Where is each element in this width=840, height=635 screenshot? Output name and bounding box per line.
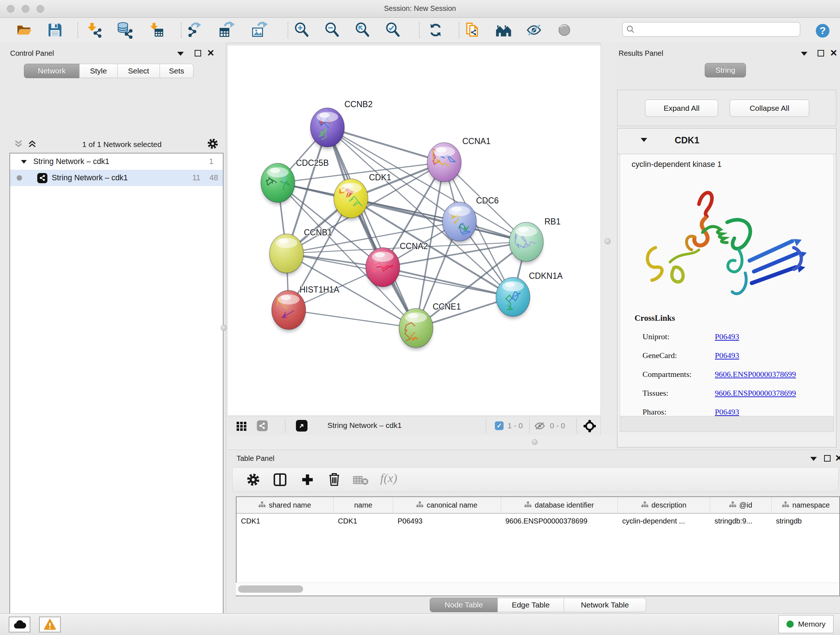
delete-column-icon[interactable]: [327, 472, 341, 488]
panel-divider-handle[interactable]: [605, 238, 611, 244]
tab-select[interactable]: Select: [117, 64, 160, 78]
hide-selected-icon[interactable]: [524, 21, 543, 40]
network-edge[interactable]: [351, 198, 526, 242]
gear-icon[interactable]: [207, 138, 218, 151]
collapse-panel-icon[interactable]: [810, 457, 817, 461]
open-session-icon[interactable]: [15, 21, 34, 40]
table-cell[interactable]: cyclin-dependent ...: [618, 514, 710, 528]
export-image-icon[interactable]: [250, 21, 269, 40]
tab-edge-table[interactable]: Edge Table: [497, 598, 564, 612]
warning-button[interactable]: [39, 616, 61, 632]
network-style-icon[interactable]: [257, 420, 268, 431]
collapse-all-button[interactable]: Collapse All: [729, 100, 809, 117]
table-cell[interactable]: P06493: [393, 514, 501, 528]
network-collection-row[interactable]: String Network – cdk1 1: [10, 154, 223, 170]
panel-divider-handle[interactable]: [532, 439, 538, 445]
collapse-panel-icon[interactable]: [177, 52, 184, 56]
add-column-icon[interactable]: [301, 473, 314, 488]
crosslink-link[interactable]: P06493: [715, 332, 739, 341]
expand-all-networks-icon[interactable]: [27, 139, 37, 150]
tab-sets[interactable]: Sets: [159, 64, 194, 78]
network-edge[interactable]: [327, 127, 444, 162]
import-network-file-icon[interactable]: [85, 21, 103, 40]
tab-node-table[interactable]: Node Table: [430, 598, 498, 612]
collapse-panel-icon[interactable]: [801, 52, 807, 56]
column-header-description[interactable]: description: [618, 497, 710, 513]
crosslink-link[interactable]: P06493: [715, 351, 739, 360]
zoom-selected-icon[interactable]: [384, 21, 402, 40]
table-cell[interactable]: 9606.ENSP00000378699: [501, 514, 618, 528]
crosslink-link[interactable]: 9606.ENSP00000378699: [715, 370, 796, 379]
network-node[interactable]: RB1: [509, 217, 561, 264]
table-cell[interactable]: stringdb:9...: [710, 514, 772, 528]
column-header-name[interactable]: name: [333, 497, 393, 513]
export-network-icon[interactable]: [185, 21, 204, 40]
network-edge[interactable]: [327, 127, 416, 328]
column-header-database-identifier[interactable]: database identifier: [501, 497, 618, 513]
table-row[interactable]: CDK1CDK1P064939606.ENSP00000378699cyclin…: [237, 514, 839, 528]
entry-expander-icon[interactable]: [641, 138, 647, 142]
export-table-icon[interactable]: [218, 21, 237, 40]
search-input[interactable]: [635, 25, 800, 34]
column-header-shared-name[interactable]: shared name: [237, 497, 333, 513]
table-cell[interactable]: stringdb: [772, 514, 840, 528]
network-node[interactable]: CDC25B: [261, 158, 329, 204]
network-node[interactable]: CDK1: [334, 173, 391, 220]
function-builder-icon[interactable]: f(x): [380, 471, 397, 485]
network-node[interactable]: CCNB2: [310, 100, 373, 149]
table-cell[interactable]: CDK1: [333, 514, 393, 528]
column-header-canonical-name[interactable]: canonical name: [393, 497, 501, 513]
help-icon[interactable]: ?: [813, 21, 832, 40]
network-row-selected[interactable]: String Network – cdk1 11 48: [10, 170, 223, 186]
zoom-out-icon[interactable]: [323, 21, 341, 40]
network-node[interactable]: CDC6: [442, 196, 499, 243]
entry-header[interactable]: CDK1: [617, 128, 836, 154]
gear-icon[interactable]: [246, 473, 260, 488]
float-panel-icon[interactable]: [824, 455, 831, 462]
network-edge[interactable]: [383, 267, 513, 297]
table-cell[interactable]: CDK1: [237, 514, 333, 528]
close-panel-icon[interactable]: ✕: [835, 454, 840, 462]
expand-all-button[interactable]: Expand All: [645, 100, 718, 117]
search-input-wrap: [622, 22, 800, 36]
network-node[interactable]: HIST1H1A: [272, 285, 340, 332]
tab-string[interactable]: String: [705, 63, 746, 78]
birds-eye-view-icon[interactable]: [296, 420, 308, 432]
table-hscrollbar[interactable]: [236, 583, 838, 595]
save-session-icon[interactable]: [46, 21, 65, 40]
import-table-icon[interactable]: [147, 21, 166, 40]
column-header--id[interactable]: @id: [710, 497, 772, 513]
panel-divider-handle[interactable]: [221, 325, 227, 331]
tab-network[interactable]: Network: [24, 64, 80, 78]
float-panel-icon[interactable]: [818, 50, 824, 57]
close-panel-icon[interactable]: ✕: [207, 49, 215, 57]
apply-layout-icon[interactable]: [426, 21, 445, 40]
import-network-database-icon[interactable]: [115, 21, 134, 40]
network-node[interactable]: CDKN1A: [496, 271, 563, 318]
toolbar-separator: [459, 22, 459, 38]
collapse-all-networks-icon[interactable]: [14, 139, 23, 150]
grid-view-icon[interactable]: [236, 420, 248, 433]
network-edge[interactable]: [289, 310, 416, 328]
tab-style[interactable]: Style: [79, 64, 118, 78]
zoom-fit-icon[interactable]: [353, 21, 372, 40]
close-panel-icon[interactable]: ✕: [830, 49, 837, 57]
column-header-namespace[interactable]: namespace: [772, 497, 840, 513]
zoom-in-icon[interactable]: [292, 21, 311, 40]
first-neighbors-icon[interactable]: [494, 21, 513, 40]
crosslink-link[interactable]: P06493: [715, 407, 739, 417]
float-panel-icon[interactable]: [195, 50, 201, 57]
cloud-button[interactable]: [9, 616, 30, 632]
fit-selected-target-icon[interactable]: [583, 420, 596, 434]
duplicate-network-icon[interactable]: [463, 21, 482, 40]
network-canvas[interactable]: CCNB2CCNA1CDC25BCDK1CDC6RB1CCNB1CCNA2CDK…: [228, 46, 600, 416]
scrollbar-thumb[interactable]: [238, 585, 303, 593]
crosslink-link[interactable]: 9606.ENSP00000378699: [715, 388, 796, 398]
delete-table-icon[interactable]: [353, 475, 369, 487]
show-all-icon[interactable]: [555, 21, 574, 40]
memory-button[interactable]: Memory: [778, 615, 834, 633]
expander-icon[interactable]: [21, 160, 27, 164]
columns-icon[interactable]: [273, 473, 287, 488]
selected-checkbox-icon[interactable]: ✓: [495, 421, 504, 430]
tab-network-table[interactable]: Network Table: [564, 598, 646, 612]
